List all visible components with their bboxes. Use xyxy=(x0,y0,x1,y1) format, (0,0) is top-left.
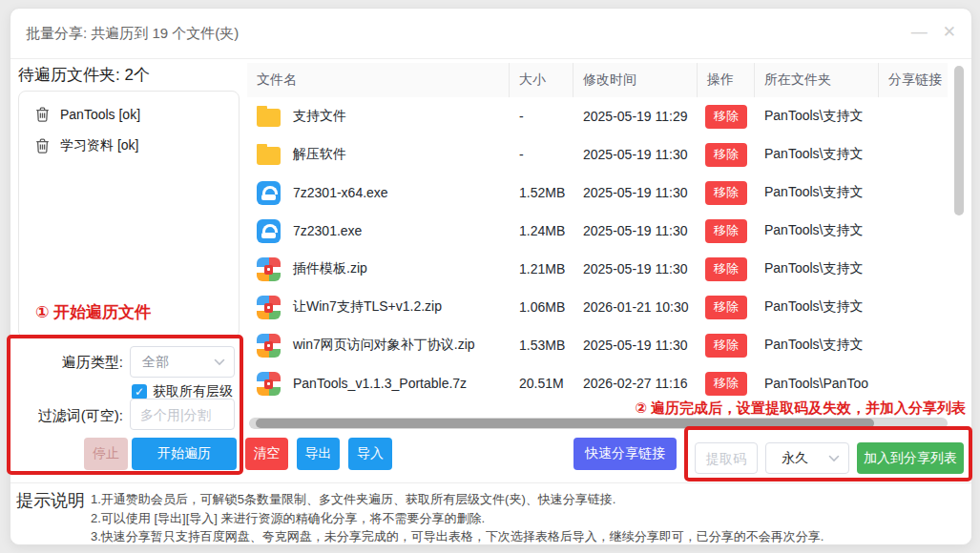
file-name: 7z2301-x64.exe xyxy=(293,185,388,200)
expire-select[interactable]: 永久 xyxy=(765,442,849,474)
tips-lines: 1.开通赞助会员后，可解锁5条数量限制、多文件夹遍历、获取所有层级文件(夹)、快… xyxy=(91,490,824,546)
trash-icon[interactable] xyxy=(35,138,50,154)
tip-line: 2.可以使用 [导出][导入] 来进行资源的精确化分享，将不需要分享的删除. xyxy=(91,509,824,528)
table-vertical-scrollbar[interactable] xyxy=(953,63,965,425)
table-row: 插件模板.zip1.21MB2025-05-19 11:30移除PanTools… xyxy=(247,250,948,288)
modified-time-cell: 2025-05-19 11:30 xyxy=(573,261,698,276)
share-settings-highlight-box: 永久 加入到分享列表 xyxy=(684,426,972,481)
zip-file-icon xyxy=(257,296,281,319)
file-size-cell: 20.51M xyxy=(510,376,573,391)
quick-share-link-button[interactable]: 快速分享链接 xyxy=(573,438,677,470)
table-row: 7z2301-x64.exe1.52MB2025-05-19 11:30移除Pa… xyxy=(247,174,948,212)
action-cell: 移除 xyxy=(698,143,755,167)
remove-button[interactable]: 移除 xyxy=(705,296,747,319)
pending-folder-label: 学习资料 [ok] xyxy=(60,137,138,154)
modified-time-cell: 2025-05-19 11:29 xyxy=(573,109,698,124)
file-name: 支持文件 xyxy=(293,108,346,125)
filter-words-label: 过滤词(可空): xyxy=(12,407,123,425)
action-cell: 移除 xyxy=(698,372,755,396)
file-size-cell: 1.53MB xyxy=(510,338,573,353)
close-icon[interactable]: ✕ xyxy=(943,22,956,43)
column-header-modified: 修改时间 xyxy=(573,63,698,97)
table-row: 让Win7支持TLS+v1.2.zip1.06MB2026-01-21 10:3… xyxy=(247,288,948,326)
modified-time-cell: 2025-05-19 11:30 xyxy=(573,223,698,238)
table-row: 7z2301.exe1.24MB2025-05-19 11:30移除PanToo… xyxy=(247,212,948,250)
tip-line: 3.快速分享暂只支持百度网盘、夸克网盘，未分享完成的，可导出表格，下次选择表格后… xyxy=(91,527,824,546)
remove-button[interactable]: 移除 xyxy=(705,143,747,167)
action-cell: 移除 xyxy=(698,219,755,243)
remove-button[interactable]: 移除 xyxy=(705,219,747,243)
trash-icon[interactable] xyxy=(35,107,50,122)
import-button[interactable]: 导入 xyxy=(348,438,392,470)
clear-button[interactable]: 清空 xyxy=(245,438,288,470)
file-name-cell: 7z2301.exe xyxy=(247,219,510,243)
parent-folder-cell: PanTools\支持文 xyxy=(755,108,879,125)
zip-file-icon xyxy=(257,257,281,281)
parent-folder-cell: PanTools\支持文 xyxy=(755,146,879,163)
start-traverse-button[interactable]: 开始遍历 xyxy=(132,438,237,470)
chevron-down-icon xyxy=(828,455,840,462)
table-header: 文件名 大小 修改时间 操作 所在文件夹 分享链接 xyxy=(247,63,948,97)
file-name: 7z2301.exe xyxy=(293,223,362,238)
remove-button[interactable]: 移除 xyxy=(705,105,747,129)
parent-folder-cell: PanTools\支持文 xyxy=(755,260,879,277)
tip-line: 1.开通赞助会员后，可解锁5条数量限制、多文件夹遍历、获取所有层级文件(夹)、快… xyxy=(91,490,824,509)
modified-time-cell: 2025-05-19 11:30 xyxy=(573,185,698,200)
traverse-type-select[interactable]: 全部 xyxy=(130,346,235,378)
file-size-cell: 1.52MB xyxy=(510,185,573,200)
remove-button[interactable]: 移除 xyxy=(705,334,747,358)
action-cell: 移除 xyxy=(698,334,755,358)
traverse-form-highlight-box: 遍历类型: 全部 ✓ 获取所有层级 过滤词(可空): 停止 开始遍历 xyxy=(7,335,243,475)
folder-icon xyxy=(257,109,281,127)
window-controls: — ✕ xyxy=(911,22,956,43)
add-to-share-list-button[interactable]: 加入到分享列表 xyxy=(857,442,964,474)
pending-folder-list: PanTools [ok]学习资料 [ok] ① 开始遍历文件 xyxy=(18,91,240,338)
window-title: 批量分享: 共遍历到 19 个文件(夹) xyxy=(26,25,239,43)
filter-words-input[interactable] xyxy=(130,399,235,430)
vertical-scrollbar-thumb[interactable] xyxy=(954,66,964,215)
annotation-step1: ① 开始遍历文件 xyxy=(35,301,151,323)
parent-folder-cell: PanTools\支持文 xyxy=(755,184,879,201)
action-cell: 移除 xyxy=(698,257,755,281)
zip-file-icon xyxy=(257,334,281,358)
file-name-cell: 解压软件 xyxy=(247,144,510,165)
minimize-icon[interactable]: — xyxy=(911,22,928,43)
modified-time-cell: 2025-05-19 11:30 xyxy=(573,338,698,353)
batch-share-window: 批量分享: 共遍历到 19 个文件(夹) — ✕ 待遍历文件夹: 2个 PanT… xyxy=(10,8,972,545)
annotation-step2: ② 遍历完成后，设置提取码及失效，并加入分享列表 xyxy=(635,399,966,418)
all-levels-checkbox[interactable]: ✓ xyxy=(132,384,147,399)
column-header-share: 分享链接 xyxy=(879,63,948,97)
action-cell: 移除 xyxy=(698,296,755,319)
table-row: PanTools_v1.1.3_Portable.7z20.51M2026-02… xyxy=(247,364,948,402)
column-header-action: 操作 xyxy=(698,63,755,97)
remove-button[interactable]: 移除 xyxy=(705,181,747,205)
tips-label: 提示说明 xyxy=(16,490,85,511)
file-name-cell: win7网页访问对象补丁协议.zip xyxy=(247,334,510,358)
tips-footer: 提示说明 1.开通赞助会员后，可解锁5条数量限制、多文件夹遍历、获取所有层级文件… xyxy=(10,482,971,544)
traverse-type-value: 全部 xyxy=(131,354,214,371)
zip-file-icon xyxy=(257,372,281,396)
file-size-cell: 1.06MB xyxy=(510,299,573,315)
file-size-cell: - xyxy=(510,109,573,124)
table-row: win7网页访问对象补丁协议.zip1.53MB2025-05-19 11:30… xyxy=(247,326,948,364)
file-name-cell: PanTools_v1.1.3_Portable.7z xyxy=(247,372,510,396)
pending-folder-item: PanTools [ok] xyxy=(35,107,239,122)
column-header-size: 大小 xyxy=(510,63,573,97)
remove-button[interactable]: 移除 xyxy=(705,372,747,396)
file-name: win7网页访问对象补丁协议.zip xyxy=(293,337,475,354)
titlebar: 批量分享: 共遍历到 19 个文件(夹) — ✕ xyxy=(10,9,971,59)
file-table: 文件名 大小 修改时间 操作 所在文件夹 分享链接 支持文件-2025-05-1… xyxy=(247,63,948,425)
table-row: 支持文件-2025-05-19 11:29移除PanTools\支持文 xyxy=(247,97,948,135)
exe-file-icon xyxy=(257,219,281,243)
parent-folder-cell: PanTools\支持文 xyxy=(755,337,879,354)
parent-folder-cell: PanTools\支持文 xyxy=(755,298,879,316)
stop-button[interactable]: 停止 xyxy=(84,438,128,470)
export-button[interactable]: 导出 xyxy=(297,438,340,470)
extraction-code-input[interactable] xyxy=(695,442,758,474)
pending-folders-heading: 待遍历文件夹: 2个 xyxy=(18,64,150,86)
file-name: PanTools_v1.1.3_Portable.7z xyxy=(293,376,467,391)
file-name-cell: 支持文件 xyxy=(247,106,510,127)
column-header-name: 文件名 xyxy=(247,63,510,97)
remove-button[interactable]: 移除 xyxy=(705,257,747,281)
chevron-down-icon xyxy=(214,358,225,366)
